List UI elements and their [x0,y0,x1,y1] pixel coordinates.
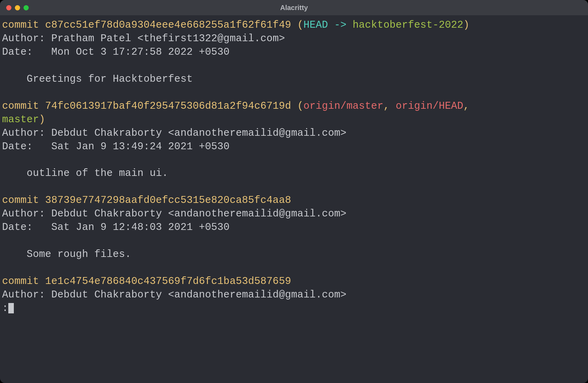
author-line: Author: Debdut Chakraborty <andanotherem… [2,208,347,220]
date-line: Date: Sat Jan 9 12:48:03 2021 +0530 [2,222,230,233]
terminal-content[interactable]: commit c87cc51ef78d0a9304eee4e668255a1f6… [0,15,588,383]
commit-label: commit [2,19,45,31]
refs-close: ) [39,114,45,125]
remote-ref: origin/HEAD [396,100,463,112]
commit-label: commit [2,276,45,287]
date-line: Date: Sat Jan 9 13:49:24 2021 +0530 [2,141,230,152]
refs-close: ) [463,19,470,31]
ref-sep: , [383,100,396,112]
branch-ref: master [2,114,39,125]
commit-hash: 74fc0613917baf40f295475306d81a2f94c6719d [45,100,291,112]
window-title: Alacritty [0,4,588,12]
commit-label: commit [2,100,45,112]
branch-ref: hacktoberfest-2022 [353,19,463,31]
date-line: Date: Mon Oct 3 17:27:58 2022 +0530 [2,46,230,58]
commit-message: Greetings for Hacktoberfest [2,73,193,85]
commit-hash: 38739e7747298aafd0efcc5315e820ca85fc4aa8 [45,195,291,206]
minimize-icon[interactable] [15,5,20,10]
head-ref: HEAD -> [303,19,352,31]
pager-prompt[interactable]: : [2,303,8,314]
ref-sep: , [463,100,476,112]
author-line: Author: Debdut Chakraborty <andanotherem… [2,127,347,139]
traffic-lights [0,5,29,10]
refs-open: ( [291,100,304,112]
author-line: Author: Debdut Chakraborty <andanotherem… [2,289,347,301]
author-line: Author: Pratham Patel <thefirst1322@gmai… [2,33,285,44]
commit-message: Some rough files. [2,249,131,260]
commit-hash: c87cc51ef78d0a9304eee4e668255a1f62f61f49 [45,19,291,31]
close-icon[interactable] [6,5,11,10]
refs-open: ( [291,19,304,31]
maximize-icon[interactable] [24,5,29,10]
commit-label: commit [2,195,45,206]
terminal-window: Alacritty commit c87cc51ef78d0a9304eee4e… [0,0,588,383]
cursor-icon [8,303,14,313]
commit-hash: 1e1c4754e786840c437569f7d6fc1ba53d587659 [45,276,291,287]
titlebar[interactable]: Alacritty [0,0,588,15]
commit-message: outline of the main ui. [2,168,168,179]
remote-ref: origin/master [303,100,383,112]
